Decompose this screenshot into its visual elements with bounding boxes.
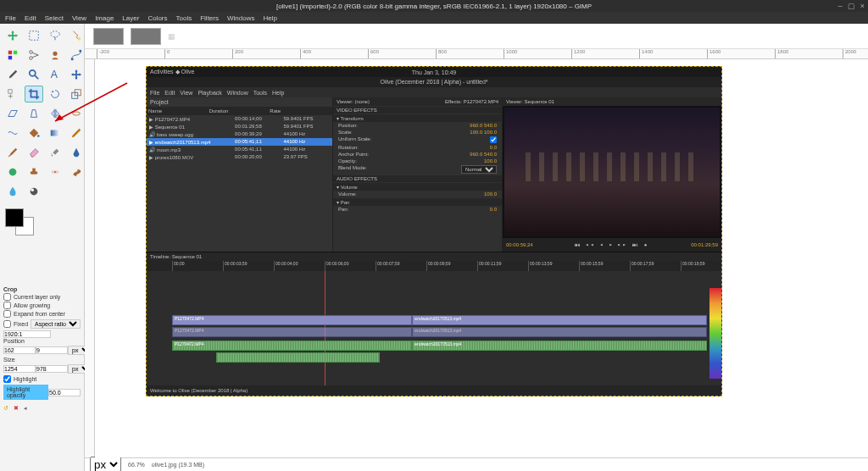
perspective-tool[interactable] (25, 105, 43, 122)
image-thumb-1[interactable] (93, 28, 124, 45)
opt-expand-center[interactable] (3, 310, 11, 318)
timeline-tracks[interactable]: P1270472.MP4endwatch20170513.mp4 P127047… (147, 271, 721, 385)
audio-clip[interactable]: P1270472.MP4 (172, 341, 412, 351)
clone-tool[interactable] (25, 163, 43, 180)
pos-y[interactable] (36, 346, 68, 354)
project-row[interactable]: ▶ Sequence 0100:01:29;5859.9401 FPS (147, 123, 332, 130)
opt-highlight[interactable] (3, 375, 11, 383)
menu-windows[interactable]: Windows (227, 14, 254, 22)
size-y[interactable] (36, 365, 68, 373)
project-row[interactable]: ▶ endwatch20170513.mp400:05:41;1144100 H… (147, 138, 332, 146)
menu-view[interactable]: View (72, 14, 86, 22)
olive-menu-help[interactable]: Help (272, 90, 284, 96)
maximize-icon[interactable]: ▢ (848, 2, 855, 10)
timecode-left[interactable]: 00:00:59;24 (506, 242, 533, 247)
bucket-tool[interactable] (25, 125, 43, 141)
warp-tool[interactable] (3, 125, 22, 141)
airbrush-tool[interactable] (46, 144, 64, 161)
fg-color[interactable] (5, 208, 24, 227)
project-row[interactable]: ▶ P1270472.MP400:00:14;0059.9401 FPS (147, 115, 332, 123)
paths-tool[interactable] (67, 47, 86, 64)
olive-menu-view[interactable]: View (180, 90, 192, 96)
olive-appname[interactable]: ◆ Olive (175, 69, 195, 75)
project-row[interactable]: ▶ prores1080.MOV00:00:20;0023.97 FPS (147, 153, 332, 161)
olive-activities[interactable]: Activities (150, 69, 174, 75)
close-icon[interactable]: × (860, 2, 865, 10)
video-clip[interactable]: P1270472.MP4 (172, 327, 412, 337)
ink-tool[interactable] (67, 144, 86, 161)
scissors-tool[interactable] (25, 47, 43, 64)
menu-help[interactable]: Help (263, 14, 276, 22)
foreground-select-tool[interactable] (46, 47, 64, 64)
olive-menu-playback[interactable]: Playback (198, 90, 221, 96)
menu-edit[interactable]: Edit (25, 14, 36, 22)
timeline-ruler[interactable]: 00;0000:00:03;5900:00:04;0000:00:06;0000… (147, 261, 721, 271)
text-tool[interactable]: A (46, 66, 64, 83)
size-x[interactable] (3, 365, 36, 373)
uniform-scale[interactable] (490, 136, 497, 143)
tool-menu-icon[interactable]: ◂ (24, 405, 27, 412)
opt-fixed-select[interactable]: Aspect ratio (31, 319, 81, 329)
project-row[interactable]: 🔊 moon.mp300:05:41;1144100 Hz (147, 146, 332, 153)
video-clip[interactable]: P1270472.MP4 (172, 315, 412, 325)
video-clip[interactable]: endwatch20170513.mp4 (412, 327, 707, 337)
scale-tool[interactable] (67, 86, 86, 103)
highlight-opacity[interactable]: Highlight opacity (3, 385, 48, 400)
menu-select[interactable]: Select (45, 14, 64, 22)
blur-tool[interactable] (3, 183, 22, 200)
transport-controls[interactable]: ⏮ ◀◀ ◀ ▶ ▶▶ ⏭ ● (575, 242, 650, 247)
viewer-video[interactable]: 00:00:59;24 ⏮ ◀◀ ◀ ▶ ▶▶ ⏭ ● 00:01:29;59 (503, 106, 721, 252)
eraser-tool[interactable] (25, 144, 43, 161)
color-picker-tool[interactable] (3, 66, 22, 83)
mypaint-tool[interactable] (3, 163, 22, 180)
olive-menu-tools[interactable]: Tools (253, 90, 267, 96)
smudge-tool[interactable] (67, 163, 86, 180)
menu-tools[interactable]: Tools (176, 14, 192, 22)
menu-image[interactable]: Image (95, 14, 114, 22)
opt-fixed[interactable] (3, 320, 11, 328)
opt-ratio[interactable] (3, 330, 51, 338)
opt-allow-growing[interactable] (3, 302, 11, 309)
paintbrush-tool[interactable] (3, 144, 22, 161)
hl-opacity-val[interactable] (48, 389, 81, 396)
shear-tool[interactable] (3, 105, 22, 122)
move-tool[interactable] (3, 27, 22, 44)
olive-menu-edit[interactable]: Edit (164, 90, 175, 96)
canvas[interactable]: Activities ◆ Olive Thu Jan 3, 10:49 Oliv… (95, 59, 868, 457)
olive-menu-window[interactable]: Window (227, 90, 248, 96)
status-zoom[interactable]: 66.7% (128, 462, 145, 468)
gradient-tool[interactable] (46, 125, 64, 141)
status-unit[interactable]: px (90, 457, 121, 471)
blend-mode[interactable]: Normal (461, 165, 497, 174)
flip-tool[interactable] (46, 105, 64, 122)
rotate-tool[interactable] (46, 86, 64, 103)
opt-current-layer[interactable] (3, 293, 11, 301)
fuzzy-select-tool[interactable] (67, 27, 86, 44)
cage-tool[interactable] (67, 105, 86, 122)
olive-menu-file[interactable]: File (150, 90, 159, 96)
minimize-icon[interactable]: – (838, 2, 843, 10)
single-window-icon[interactable]: ▦ (168, 32, 175, 41)
dodge-tool[interactable] (25, 183, 43, 200)
audio-clip[interactable] (216, 352, 380, 363)
measure-tool[interactable] (67, 66, 86, 83)
menu-file[interactable]: File (5, 14, 16, 22)
menu-colors[interactable]: Colors (147, 14, 167, 22)
crop-tool[interactable] (25, 86, 43, 103)
image-thumb-2[interactable] (131, 28, 161, 45)
zoom-tool[interactable] (25, 66, 43, 83)
align-tool[interactable] (3, 86, 22, 103)
menu-filters[interactable]: Filters (200, 14, 219, 22)
heal-tool[interactable] (46, 163, 64, 180)
pencil-tool[interactable] (67, 125, 86, 141)
color-select-tool[interactable] (3, 47, 22, 64)
menu-layer[interactable]: Layer (122, 14, 139, 22)
tool-delete-icon[interactable]: ✖ (14, 405, 19, 412)
audio-clip[interactable]: endwatch20170513.mp4 (412, 341, 707, 351)
rect-select-tool[interactable] (25, 27, 43, 44)
color-swatches[interactable] (5, 208, 36, 236)
video-clip[interactable]: endwatch20170513.mp4 (412, 315, 707, 325)
tool-reset-icon[interactable]: ↺ (3, 405, 8, 412)
pos-x[interactable] (3, 346, 36, 354)
project-row[interactable]: 🔊 bass sweep.ogg00:00:39;2944100 Hz (147, 130, 332, 138)
